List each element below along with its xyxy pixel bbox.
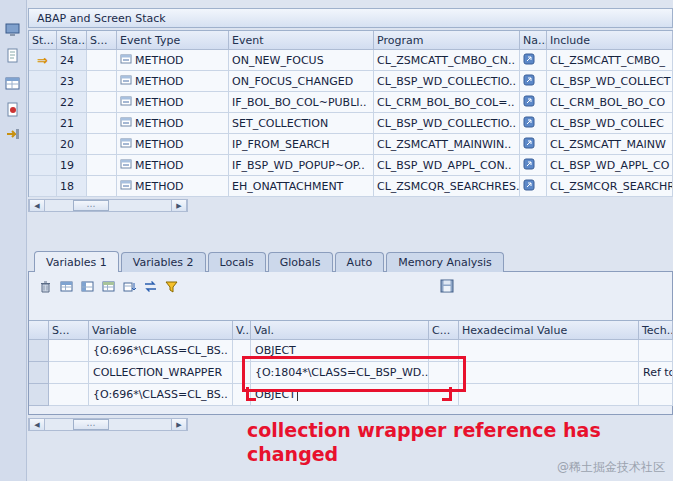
scrollbar-track[interactable] bbox=[45, 200, 171, 211]
variable-name-cell[interactable]: COLLECTION_WRAPPER bbox=[89, 362, 233, 384]
navigate-cell[interactable] bbox=[520, 50, 547, 71]
program-cell: CL_BSP_WD_APPL_CON.. bbox=[374, 155, 520, 176]
tech-type-cell: Ref to bbox=[639, 362, 673, 384]
scroll-right-icon[interactable]: ▶ bbox=[171, 419, 187, 430]
event-cell: SET_COLLECTION bbox=[229, 113, 374, 134]
swap-layout-icon[interactable] bbox=[141, 277, 159, 295]
navigate-icon bbox=[523, 116, 535, 131]
navigate-cell[interactable] bbox=[520, 176, 547, 197]
filter-icon[interactable] bbox=[162, 277, 180, 295]
program-cell: CL_ZSMCQR_SEARCHRES.. bbox=[374, 176, 520, 197]
event-type-cell: METHOD bbox=[117, 134, 229, 155]
stack-row[interactable]: 21 METHOD SET_COLLECTION CL_BSP_WD_COLLE… bbox=[29, 113, 673, 134]
col-header-hexadecimal-value: Hexadecimal Value bbox=[459, 321, 639, 340]
scrollbar-track[interactable] bbox=[45, 419, 171, 430]
navigate-cell[interactable] bbox=[520, 71, 547, 92]
event-type-cell: METHOD bbox=[117, 50, 229, 71]
tab-globals[interactable]: Globals bbox=[268, 252, 333, 272]
program-cell: CL_ZSMCATT_MAINWIN.. bbox=[374, 134, 520, 155]
stack-row[interactable]: 19 METHOD IF_BSP_WD_POPUP~OP.. CL_BSP_WD… bbox=[29, 155, 673, 176]
col-header-v: V... bbox=[233, 321, 251, 340]
col-header-program: Program bbox=[374, 31, 520, 50]
include-cell: CL_CRM_BOL_BO_CO bbox=[547, 92, 673, 113]
stack-row[interactable]: 20 METHOD IP_FROM_SEARCH CL_ZSMCATT_MAIN… bbox=[29, 134, 673, 155]
stack-level: 21 bbox=[57, 113, 87, 134]
include-cell: CL_BSP_WD_COLLEC bbox=[547, 113, 673, 134]
stack-flag-cell bbox=[87, 155, 117, 176]
stack-level: 19 bbox=[57, 155, 87, 176]
navigation-arrow-icon[interactable] bbox=[5, 126, 21, 142]
sort-table-icon[interactable] bbox=[120, 277, 138, 295]
breakpoint-icon[interactable] bbox=[5, 102, 21, 118]
structure-icon[interactable] bbox=[5, 76, 21, 92]
row-selector[interactable] bbox=[29, 340, 49, 362]
include-cell: CL_ZSMCATT_MAINW bbox=[547, 134, 673, 155]
variables-horizontal-scrollbar[interactable]: ◀ ▶ bbox=[28, 418, 188, 431]
col-header-val: Val. bbox=[251, 321, 429, 340]
event-cell: IF_BSP_WD_POPUP~OP.. bbox=[229, 155, 374, 176]
col-header-tech: Tech... bbox=[639, 321, 673, 340]
editor-icon[interactable] bbox=[5, 48, 21, 64]
event-type-label: METHOD bbox=[135, 96, 184, 109]
stack-flag-cell bbox=[87, 50, 117, 71]
tech-type-cell bbox=[639, 384, 673, 406]
event-type-cell: METHOD bbox=[117, 113, 229, 134]
event-cell: EH_ONATTACHMENT bbox=[229, 176, 374, 197]
tab-locals[interactable]: Locals bbox=[208, 252, 266, 272]
navigate-cell[interactable] bbox=[520, 92, 547, 113]
row-selector[interactable] bbox=[29, 384, 49, 406]
delete-icon[interactable] bbox=[36, 277, 54, 295]
current-stack-pointer-icon: ⇒ bbox=[29, 50, 57, 71]
stack-pointer-cell bbox=[29, 92, 57, 113]
col-header-na: Na... bbox=[520, 31, 547, 50]
event-type-cell: METHOD bbox=[117, 92, 229, 113]
col-header-s: S... bbox=[49, 321, 89, 340]
left-toolbar bbox=[0, 0, 27, 481]
scroll-left-icon[interactable]: ◀ bbox=[29, 419, 45, 430]
navigate-icon bbox=[523, 95, 535, 110]
stack-horizontal-scrollbar[interactable]: ◀ ▶ bbox=[28, 199, 188, 212]
scroll-left-icon[interactable]: ◀ bbox=[29, 200, 45, 211]
stack-level: 18 bbox=[57, 176, 87, 197]
row-selector[interactable] bbox=[29, 362, 49, 384]
stack-row[interactable]: 23 METHOD ON_FOCUS_CHANGED CL_BSP_WD_COL… bbox=[29, 71, 673, 92]
stack-row[interactable]: 18 METHOD EH_ONATTACHMENT CL_ZSMCQR_SEAR… bbox=[29, 176, 673, 197]
layout-table-2-icon[interactable] bbox=[78, 277, 96, 295]
variable-name-cell[interactable]: {O:696*\CLASS=CL_BS.. bbox=[89, 340, 233, 362]
tab-memory-analysis[interactable]: Memory Analysis bbox=[386, 252, 504, 272]
tab-auto[interactable]: Auto bbox=[335, 252, 385, 272]
layout-table-3-icon[interactable] bbox=[99, 277, 117, 295]
include-cell: CL_BSP_WD_COLLECT bbox=[547, 71, 673, 92]
stack-pointer-cell bbox=[29, 134, 57, 155]
stack-level: 24 bbox=[57, 50, 87, 71]
event-cell: IF_BOL_BO_COL~PUBLI.. bbox=[229, 92, 374, 113]
include-cell: CL_BSP_WD_APPL_CO bbox=[547, 155, 673, 176]
stack-panel-title: ABAP and Screen Stack bbox=[28, 8, 673, 28]
tab-variables-2[interactable]: Variables 2 bbox=[121, 252, 206, 272]
save-icon[interactable] bbox=[438, 277, 456, 295]
navigate-cell[interactable] bbox=[520, 155, 547, 176]
method-icon bbox=[120, 137, 132, 152]
variables-tabstrip: Variables 1 Variables 2 Locals Globals A… bbox=[34, 252, 504, 272]
stack-row[interactable]: 22 METHOD IF_BOL_BO_COL~PUBLI.. CL_CRM_B… bbox=[29, 92, 673, 113]
navigate-cell[interactable] bbox=[520, 134, 547, 155]
tech-type-cell bbox=[639, 340, 673, 362]
col-header-s: S... bbox=[87, 31, 117, 50]
variable-name-cell[interactable]: {O:696*\CLASS=CL_BS.. bbox=[89, 384, 233, 406]
program-cell: CL_ZSMCATT_CMBO_CN.. bbox=[374, 50, 520, 71]
navigate-cell[interactable] bbox=[520, 113, 547, 134]
stack-level: 23 bbox=[57, 71, 87, 92]
stack-row[interactable]: ⇒ 24 METHOD ON_NEW_FOCUS CL_ZSMCATT_CMBO… bbox=[29, 50, 673, 71]
navigate-icon bbox=[523, 53, 535, 68]
stack-flag-cell bbox=[87, 71, 117, 92]
layout-table-1-icon[interactable] bbox=[57, 277, 75, 295]
event-type-cell: METHOD bbox=[117, 176, 229, 197]
session-icon[interactable] bbox=[5, 22, 21, 38]
navigate-icon bbox=[523, 137, 535, 152]
scroll-right-icon[interactable]: ▶ bbox=[171, 200, 187, 211]
scrollbar-thumb[interactable] bbox=[73, 419, 109, 430]
scrollbar-thumb[interactable] bbox=[73, 200, 109, 211]
method-icon bbox=[120, 74, 132, 89]
variables-header-row: S... Variable V... Val. C... Hexadecimal… bbox=[29, 321, 673, 340]
tab-variables-1[interactable]: Variables 1 bbox=[34, 251, 119, 272]
